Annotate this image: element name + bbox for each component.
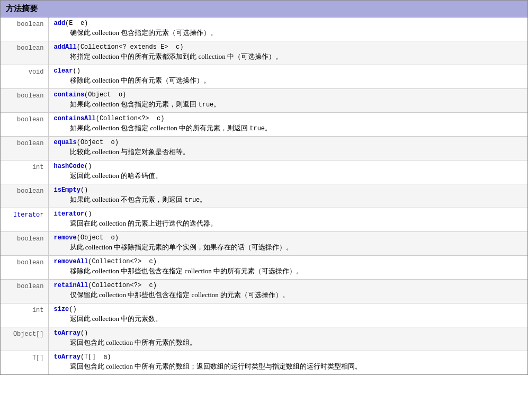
method-link[interactable]: clear (54, 67, 73, 75)
method-link[interactable]: toArray (54, 329, 80, 337)
method-signature: clear() (54, 67, 524, 75)
method-link[interactable]: equals (54, 139, 77, 146)
table-row: intsize()返回此 collection 中的元素数。 (1, 303, 527, 327)
method-signature: remove(Object o) (54, 234, 524, 242)
table-row: voidclear()移除此 collection 中的所有元素（可选操作）。 (1, 65, 527, 89)
table-row: booleancontainsAll(Collection<?> c)如果此 c… (1, 113, 527, 137)
method-signature: removeAll(Collection<?> c) (54, 258, 524, 265)
return-type: boolean (17, 44, 43, 52)
method-detail-cell: remove(Object o)从此 collection 中移除指定元素的单个… (48, 232, 527, 256)
method-description: 移除此 collection 中那些也包含在指定 collection 中的所有… (54, 266, 524, 276)
return-type: T[] (32, 354, 44, 362)
method-link[interactable]: addAll (54, 43, 77, 51)
method-signature: size() (54, 306, 524, 313)
method-signature: equals(Object o) (54, 139, 524, 146)
method-description: 确保此 collection 包含指定的元素（可选操作）。 (54, 28, 524, 38)
method-signature: add(E e) (54, 20, 524, 27)
method-link[interactable]: iterator (54, 210, 85, 218)
return-type: boolean (17, 235, 43, 243)
return-type-cell: boolean (1, 137, 48, 160)
method-detail-cell: toArray(T[] a)返回包含此 collection 中所有元素的数组；… (48, 351, 527, 375)
return-type-cell: boolean (1, 41, 48, 65)
method-detail-cell: hashCode()返回此 collection 的哈希码值。 (48, 160, 527, 184)
return-type: boolean (17, 283, 43, 290)
table-row: booleanremoveAll(Collection<?> c)移除此 col… (1, 256, 527, 280)
return-type: void (29, 68, 44, 76)
return-type: boolean (17, 259, 43, 266)
return-type: boolean (17, 21, 43, 28)
method-description: 从此 collection 中移除指定元素的单个实例，如果存在的话（可选操作）。 (54, 243, 524, 252)
method-link[interactable]: toArray (54, 353, 80, 361)
method-description: 返回此 collection 中的元素数。 (54, 314, 524, 324)
method-signature: iterator() (54, 210, 524, 218)
return-type: int (32, 164, 44, 171)
return-type-cell: T[] (1, 351, 48, 375)
method-detail-cell: retainAll(Collection<?> c)仅保留此 collectio… (48, 280, 527, 303)
method-description: 如果此 collection 包含指定的元素，则返回 true。 (54, 100, 524, 109)
method-link[interactable]: isEmpty (54, 186, 80, 194)
method-link[interactable]: size (54, 306, 69, 313)
method-description: 如果此 collection 不包含元素，则返回 true。 (54, 195, 524, 204)
method-detail-cell: contains(Object o)如果此 collection 包含指定的元素… (48, 89, 527, 113)
table-row: booleanremove(Object o)从此 collection 中移除… (1, 232, 527, 256)
inline-code: true (249, 125, 265, 132)
table-row: booleanequals(Object o)比较此 collection 与指… (1, 137, 527, 160)
method-link[interactable]: removeAll (54, 258, 88, 265)
return-type-cell: boolean (1, 184, 48, 208)
return-type: int (32, 307, 44, 314)
table-row: Iteratoriterator()返回在此 collection 的元素上进行… (1, 208, 527, 232)
page-container: 方法摘要 booleanadd(E e)确保此 collection 包含指定的… (0, 0, 528, 375)
table-row: inthashCode()返回此 collection 的哈希码值。 (1, 160, 527, 184)
table-row: T[]toArray(T[] a)返回包含此 collection 中所有元素的… (1, 351, 527, 375)
section-title: 方法摘要 (6, 4, 38, 13)
table-row: booleanretainAll(Collection<?> c)仅保留此 co… (1, 280, 527, 303)
method-detail-cell: containsAll(Collection<?> c)如果此 collecti… (48, 113, 527, 137)
method-description: 比较此 collection 与指定对象是否相等。 (54, 147, 524, 157)
method-description: 仅保留此 collection 中那些也包含在指定 collection 的元素… (54, 290, 524, 300)
method-signature: contains(Object o) (54, 91, 524, 99)
method-signature: hashCode() (54, 163, 524, 170)
method-link[interactable]: retainAll (54, 282, 88, 289)
return-type-cell: boolean (1, 256, 48, 280)
return-type-cell: int (1, 303, 48, 327)
method-link[interactable]: containsAll (54, 115, 96, 122)
method-description: 返回在此 collection 的元素上进行迭代的迭代器。 (54, 219, 524, 228)
method-detail-cell: iterator()返回在此 collection 的元素上进行迭代的迭代器。 (48, 208, 527, 232)
return-type-link[interactable]: Iterator (13, 211, 44, 219)
table-row: booleanadd(E e)确保此 collection 包含指定的元素（可选… (1, 17, 527, 41)
inline-code: true (199, 101, 214, 109)
return-type-cell: int (1, 160, 48, 184)
return-type-cell: boolean (1, 280, 48, 303)
method-table: booleanadd(E e)确保此 collection 包含指定的元素（可选… (1, 17, 527, 374)
method-description: 返回此 collection 的哈希码值。 (54, 171, 524, 181)
method-link[interactable]: contains (54, 91, 85, 99)
section-header: 方法摘要 (1, 1, 527, 17)
method-detail-cell: clear()移除此 collection 中的所有元素（可选操作）。 (48, 65, 527, 89)
method-detail-cell: equals(Object o)比较此 collection 与指定对象是否相等… (48, 137, 527, 160)
method-signature: retainAll(Collection<?> c) (54, 282, 524, 289)
method-signature: addAll(Collection<? extends E> c) (54, 43, 524, 51)
table-row: booleanaddAll(Collection<? extends E> c)… (1, 41, 527, 65)
return-type-cell: Iterator (1, 208, 48, 232)
return-type: boolean (17, 92, 43, 100)
method-link[interactable]: remove (54, 234, 77, 242)
method-description: 移除此 collection 中的所有元素（可选操作）。 (54, 76, 524, 85)
return-type-cell: boolean (1, 17, 48, 41)
return-type-cell: boolean (1, 113, 48, 137)
inline-code: true (185, 196, 200, 204)
method-link[interactable]: hashCode (54, 163, 85, 170)
method-description: 如果此 collection 包含指定 collection 中的所有元素，则返… (54, 123, 524, 133)
table-row: booleancontains(Object o)如果此 collection … (1, 89, 527, 113)
method-description: 返回包含此 collection 中所有元素的数组；返回数组的运行时类型与指定数… (54, 362, 524, 371)
method-detail-cell: size()返回此 collection 中的元素数。 (48, 303, 527, 327)
method-detail-cell: addAll(Collection<? extends E> c)将指定 col… (48, 41, 527, 65)
return-type-cell: void (1, 65, 48, 89)
return-type-cell: boolean (1, 232, 48, 256)
return-type: boolean (17, 187, 43, 195)
table-row: booleanisEmpty()如果此 collection 不包含元素，则返回… (1, 184, 527, 208)
method-detail-cell: add(E e)确保此 collection 包含指定的元素（可选操作）。 (48, 17, 527, 41)
table-row: Object[]toArray()返回包含此 collection 中所有元素的… (1, 327, 527, 351)
return-type: Object[] (13, 330, 44, 338)
method-link[interactable]: add (54, 20, 66, 27)
method-signature: isEmpty() (54, 186, 524, 194)
